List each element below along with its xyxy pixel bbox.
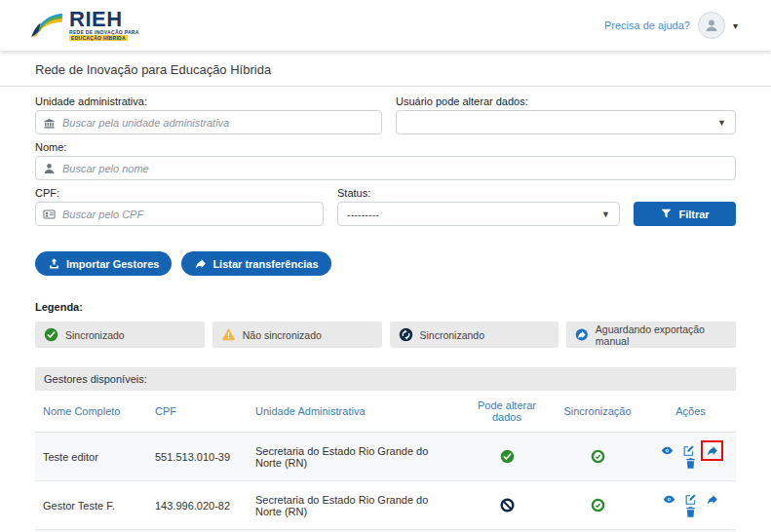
chevron-down-icon: ▼ — [717, 118, 726, 128]
legend-label: Sincronizando — [420, 329, 485, 341]
eye-icon — [661, 444, 674, 457]
filters-section: Unidade administrativa: Usuário pode alt… — [0, 87, 771, 226]
transfer-arrow-icon — [706, 493, 718, 506]
filtrar-label: Filtrar — [678, 209, 709, 220]
page-title: Rede de Inovação para Educação Híbrida — [0, 51, 771, 86]
export-arrow-circle-icon — [575, 327, 589, 342]
sync-circle-icon — [399, 327, 413, 342]
gestores-table-section: Gestores disponíveis: Nome Completo CPF … — [35, 367, 736, 532]
legend-item-nao-sincronizado: Não sincronizado — [212, 322, 382, 348]
target-highlight-box — [701, 440, 723, 461]
person-icon — [43, 162, 56, 174]
table-header-row: Nome Completo CPF Unidade Administrativa… — [35, 391, 736, 433]
toolbar: Importar Gestores Listar transferências — [0, 226, 771, 276]
listar-transferencias-button[interactable]: Listar transferências — [181, 251, 330, 276]
view-button[interactable] — [661, 444, 674, 457]
col-pode-alterar-dados: Pode alterar dados — [464, 391, 550, 433]
view-button[interactable] — [663, 493, 675, 506]
warning-triangle-icon — [221, 327, 236, 342]
user-icon — [704, 18, 719, 33]
filter-funnel-icon — [660, 208, 673, 220]
logo-text: RIEH REDE DE INOVAÇÃO PARA EDUCAÇÃO HÍBR… — [69, 10, 139, 41]
upload-icon — [48, 257, 60, 270]
avatar[interactable] — [698, 12, 725, 39]
header-right: Precisa de ajuda? ▾ — [604, 12, 738, 39]
cell-sincronizacao — [550, 481, 645, 530]
cpf-label: CPF: — [35, 187, 324, 199]
nome-label: Nome: — [35, 141, 736, 153]
transfer-button[interactable] — [706, 444, 718, 457]
field-status: Status: --------- ▼ — [337, 180, 620, 226]
legend-section: Legenda: Sincronizado Não sincronizado — [0, 276, 771, 348]
status-select-value: --------- — [347, 209, 379, 220]
col-cpf: CPF — [147, 391, 248, 433]
legend-item-aguardando-exportacao: Aguardando exportação manual — [566, 322, 736, 348]
blocked-circle-icon — [500, 498, 515, 513]
legend-item-sincronizando: Sincronizando — [390, 322, 559, 348]
rieh-logo-mark-icon — [29, 11, 64, 40]
logo-title: RIEH — [69, 10, 139, 29]
cpf-search-input[interactable] — [35, 202, 324, 226]
importar-label: Importar Gestores — [66, 258, 159, 270]
edit-icon — [684, 493, 697, 506]
edit-button[interactable] — [682, 444, 695, 457]
trash-icon — [684, 457, 697, 470]
id-card-icon — [43, 208, 56, 220]
cell-pode-alterar — [464, 481, 550, 530]
cell-acoes — [645, 433, 736, 481]
check-circle-icon — [500, 449, 515, 464]
transfer-button[interactable] — [706, 493, 718, 506]
building-icon — [43, 116, 56, 129]
legend-label: Aguardando exportação manual — [596, 323, 727, 347]
synced-ring-icon — [591, 449, 605, 464]
usuario-label: Usuário pode alterar dados: — [396, 95, 736, 107]
trash-icon — [684, 506, 697, 518]
field-nome: Nome: — [35, 141, 736, 180]
legend-label: Sincronizado — [65, 329, 125, 341]
transfer-arrow-icon — [706, 444, 718, 457]
chevron-down-icon[interactable]: ▾ — [733, 20, 738, 31]
col-nome-completo: Nome Completo — [35, 391, 147, 433]
cell-acoes — [645, 481, 736, 530]
nome-search-input[interactable] — [35, 156, 736, 180]
rieh-logo: RIEH REDE DE INOVAÇÃO PARA EDUCAÇÃO HÍBR… — [29, 10, 139, 41]
cell-nome: Teste editor — [35, 433, 147, 481]
field-cpf: CPF: — [35, 180, 324, 226]
app-header: RIEH REDE DE INOVAÇÃO PARA EDUCAÇÃO HÍBR… — [0, 0, 771, 51]
unidade-label: Unidade administrativa: — [35, 95, 382, 107]
status-select[interactable]: --------- ▼ — [337, 202, 620, 226]
eye-icon — [663, 493, 675, 506]
unidade-search-input[interactable] — [35, 110, 382, 134]
gestores-table: Nome Completo CPF Unidade Administrativa… — [35, 391, 736, 532]
logo-subtitle-line2: EDUCAÇÃO HÍBRIDA — [69, 35, 128, 41]
table-row: Teste editor 551.513.010-39 Secretaria d… — [35, 433, 736, 481]
cell-unidade: Secretaria do Estado Rio Grande do Norte… — [248, 481, 464, 530]
usuario-select[interactable]: ▼ — [396, 110, 736, 134]
cell-nome: Gestor Teste F. — [35, 481, 147, 530]
edit-button[interactable] — [684, 493, 697, 506]
cell-cpf: 551.513.010-39 — [147, 433, 248, 481]
help-link[interactable]: Precisa de ajuda? — [604, 19, 690, 31]
table-title: Gestores disponíveis: — [35, 367, 736, 391]
field-unidade: Unidade administrativa: — [35, 89, 382, 134]
delete-button[interactable] — [684, 506, 697, 518]
field-usuario-pode-alterar: Usuário pode alterar dados: ▼ — [396, 89, 736, 134]
cell-sincronizacao — [550, 433, 645, 481]
col-sincronizacao: Sincronização — [550, 391, 645, 433]
legend-item-sincronizado: Sincronizado — [35, 322, 205, 348]
importar-gestores-button[interactable]: Importar Gestores — [35, 251, 172, 276]
col-unidade-administrativa: Unidade Administrativa — [248, 391, 464, 433]
transfer-arrow-icon — [194, 257, 207, 270]
delete-button[interactable] — [684, 457, 697, 470]
chevron-down-icon: ▼ — [601, 209, 610, 219]
listar-label: Listar transferências — [212, 258, 318, 270]
filtrar-button[interactable]: Filtrar — [634, 202, 736, 226]
check-circle-icon — [44, 327, 58, 342]
table-row: Gestor Teste F. 143.996.020-82 Secretari… — [35, 481, 736, 530]
cell-cpf: 143.996.020-82 — [147, 481, 248, 530]
status-label: Status: — [337, 187, 620, 199]
cell-unidade: Secretaria do Estado Rio Grande do Norte… — [248, 433, 464, 481]
edit-icon — [682, 444, 695, 457]
cell-pode-alterar — [464, 433, 550, 481]
legend-title: Legenda: — [35, 301, 736, 313]
